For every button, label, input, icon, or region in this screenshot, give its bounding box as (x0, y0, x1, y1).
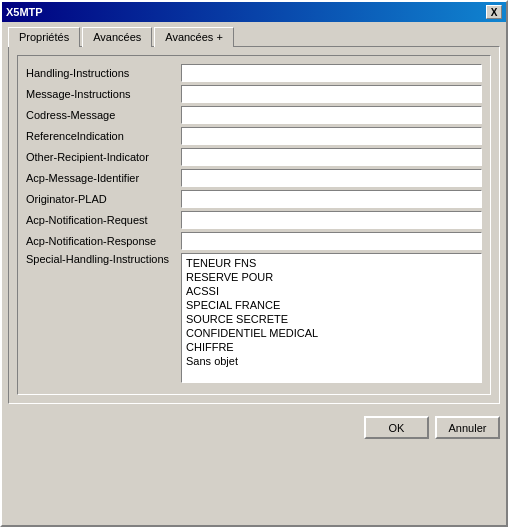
list-item[interactable]: CHIFFRE (184, 340, 479, 354)
input-reference-indication[interactable] (181, 127, 482, 145)
input-codress-message[interactable] (181, 106, 482, 124)
button-row: OK Annuler (2, 410, 506, 445)
row-acp-notification-response: Acp-Notification-Response (26, 232, 482, 250)
input-acp-notification-response[interactable] (181, 232, 482, 250)
input-acp-message-identifier[interactable] (181, 169, 482, 187)
row-reference-indication: ReferenceIndication (26, 127, 482, 145)
title-bar: X5MTP X (2, 2, 506, 22)
main-window: X5MTP X Propriétés Avancées Avancées + H… (0, 0, 508, 527)
close-button[interactable]: X (486, 5, 502, 19)
list-item[interactable]: SOURCE SECRETE (184, 312, 479, 326)
row-message-instructions: Message-Instructions (26, 85, 482, 103)
window-title: X5MTP (6, 6, 43, 18)
list-item[interactable]: TENEUR FNS (184, 256, 479, 270)
row-other-recipient-indicator: Other-Recipient-Indicator (26, 148, 482, 166)
input-message-instructions[interactable] (181, 85, 482, 103)
row-handling-instructions: Handling-Instructions (26, 64, 482, 82)
label-acp-message-identifier: Acp-Message-Identifier (26, 172, 181, 184)
row-acp-notification-request: Acp-Notification-Request (26, 211, 482, 229)
tab-proprietes[interactable]: Propriétés (8, 27, 80, 47)
label-acp-notification-response: Acp-Notification-Response (26, 235, 181, 247)
input-originator-plad[interactable] (181, 190, 482, 208)
label-special-handling-instructions: Special-Handling-Instructions (26, 253, 181, 265)
list-item[interactable]: CONFIDENTIEL MEDICAL (184, 326, 479, 340)
row-special-handling-instructions: Special-Handling-Instructions TENEUR FNS… (26, 253, 482, 383)
inner-panel: Handling-Instructions Message-Instructio… (17, 55, 491, 395)
label-acp-notification-request: Acp-Notification-Request (26, 214, 181, 226)
label-handling-instructions: Handling-Instructions (26, 67, 181, 79)
input-acp-notification-request[interactable] (181, 211, 482, 229)
list-item[interactable]: Sans objet (184, 354, 479, 368)
list-item[interactable]: SPECIAL FRANCE (184, 298, 479, 312)
label-message-instructions: Message-Instructions (26, 88, 181, 100)
row-codress-message: Codress-Message (26, 106, 482, 124)
input-handling-instructions[interactable] (181, 64, 482, 82)
listbox-special-handling-instructions[interactable]: TENEUR FNSRESERVE POURACSSISPECIAL FRANC… (181, 253, 482, 383)
ok-button[interactable]: OK (364, 416, 429, 439)
cancel-button[interactable]: Annuler (435, 416, 500, 439)
list-item[interactable]: ACSSI (184, 284, 479, 298)
label-reference-indication: ReferenceIndication (26, 130, 181, 142)
tab-avancees[interactable]: Avancées (82, 27, 152, 47)
tab-bar: Propriétés Avancées Avancées + (2, 22, 506, 46)
label-originator-plad: Originator-PLAD (26, 193, 181, 205)
row-acp-message-identifier: Acp-Message-Identifier (26, 169, 482, 187)
tab-avancees-plus[interactable]: Avancées + (154, 27, 234, 47)
label-codress-message: Codress-Message (26, 109, 181, 121)
label-other-recipient-indicator: Other-Recipient-Indicator (26, 151, 181, 163)
tab-content: Handling-Instructions Message-Instructio… (8, 46, 500, 404)
list-item[interactable]: RESERVE POUR (184, 270, 479, 284)
row-originator-plad: Originator-PLAD (26, 190, 482, 208)
input-other-recipient-indicator[interactable] (181, 148, 482, 166)
